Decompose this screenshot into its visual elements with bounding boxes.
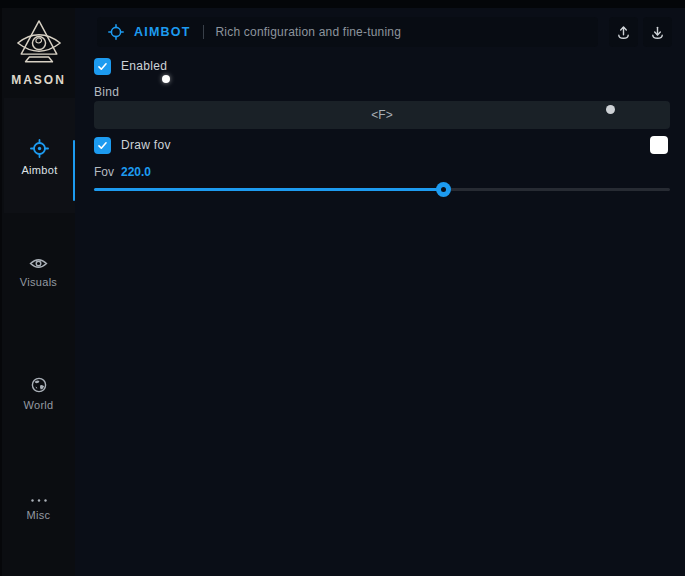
fov-label-row: Fov 220.0 bbox=[94, 165, 151, 179]
draw-fov-row: Draw fov bbox=[94, 136, 171, 154]
mouse-cursor-dot bbox=[162, 75, 170, 83]
slider-handle[interactable] bbox=[436, 182, 451, 197]
page-subtitle: Rich configuration and fine-tuning bbox=[216, 25, 402, 39]
window-top-strip bbox=[0, 0, 685, 8]
upload-icon bbox=[616, 25, 631, 40]
bind-input[interactable]: <F> bbox=[94, 101, 670, 129]
header-divider bbox=[203, 25, 204, 39]
draw-fov-label: Draw fov bbox=[121, 138, 171, 152]
sidebar: MASON Aimbot Visuals bbox=[0, 8, 75, 576]
checkmark-icon bbox=[97, 140, 108, 151]
sidebar-item-label: Visuals bbox=[20, 276, 57, 288]
sidebar-item-label: Misc bbox=[27, 509, 51, 521]
eye-icon bbox=[29, 257, 48, 270]
sidebar-item-aimbot[interactable]: Aimbot bbox=[4, 98, 75, 213]
page-header: AIMBOT Rich configuration and fine-tunin… bbox=[97, 17, 598, 47]
fov-label: Fov bbox=[94, 165, 114, 179]
cursor-trail-dot bbox=[606, 105, 615, 114]
checkmark-icon bbox=[97, 61, 108, 72]
logo-text: MASON bbox=[11, 73, 66, 87]
upload-config-button[interactable] bbox=[609, 17, 638, 47]
fov-slider[interactable] bbox=[94, 182, 670, 197]
download-icon bbox=[650, 25, 665, 40]
fov-color-swatch[interactable] bbox=[650, 136, 668, 154]
pyramid-eye-icon bbox=[13, 18, 65, 70]
draw-fov-checkbox[interactable] bbox=[94, 137, 111, 154]
active-indicator bbox=[73, 140, 75, 201]
page-title: AIMBOT bbox=[134, 25, 191, 39]
fov-value: 220.0 bbox=[121, 165, 151, 179]
globe-icon bbox=[31, 377, 47, 393]
download-config-button[interactable] bbox=[643, 17, 672, 47]
bind-label: Bind bbox=[94, 85, 119, 99]
crosshair-icon bbox=[108, 24, 124, 40]
mason-menu-window: MASON Aimbot Visuals bbox=[0, 0, 685, 576]
enabled-row: Enabled bbox=[94, 57, 167, 75]
sidebar-item-label: World bbox=[23, 399, 53, 411]
sidebar-item-world[interactable]: World bbox=[2, 377, 75, 411]
logo: MASON bbox=[2, 18, 75, 87]
ellipsis-icon bbox=[30, 498, 48, 503]
sidebar-item-label: Aimbot bbox=[21, 164, 57, 176]
sidebar-item-visuals[interactable]: Visuals bbox=[2, 257, 75, 288]
slider-fill bbox=[94, 188, 444, 191]
bind-value: <F> bbox=[371, 108, 392, 122]
crosshair-icon bbox=[30, 139, 49, 158]
sidebar-item-misc[interactable]: Misc bbox=[2, 498, 75, 521]
enabled-label: Enabled bbox=[121, 59, 167, 73]
enabled-checkbox[interactable] bbox=[94, 58, 111, 75]
